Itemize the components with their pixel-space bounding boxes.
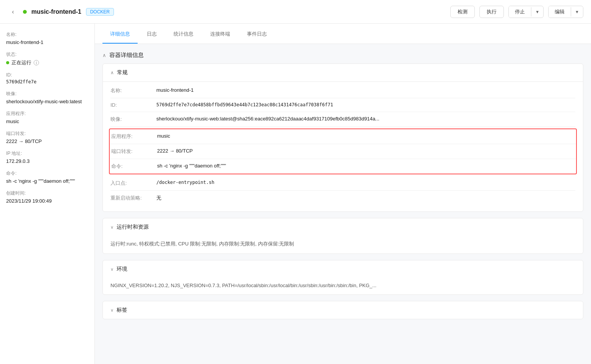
sidebar-app-label: 应用程序: <box>6 110 88 117</box>
labels-section-title: 标签 <box>117 307 127 314</box>
docker-badge: DOCKER <box>86 8 114 16</box>
sidebar-cmd-label: 命令: <box>6 170 88 177</box>
edit-split-button: 编辑 ▼ <box>548 6 583 18</box>
env-section: ∨ 环境 NGINX_VERSION=1.20.2, NJS_VERSION=0… <box>102 260 583 295</box>
tabs-bar: 详细信息 日志 统计信息 连接终端 事件日志 <box>95 24 591 44</box>
sidebar: 名称: music-frontend-1 状态: 正在运行 i ID: 5769… <box>0 24 95 364</box>
field-row-image: 映像: sherlockouo/xtify-music-web:latest@s… <box>110 112 575 127</box>
tab-stats[interactable]: 统计信息 <box>166 24 201 44</box>
general-chevron: ∧ <box>110 70 114 75</box>
field-value-app: music <box>157 133 575 140</box>
labels-section-toggle[interactable]: ∨ 标签 <box>103 301 583 319</box>
field-label-image: 映像: <box>110 116 156 123</box>
tab-logs[interactable]: 日志 <box>139 24 164 44</box>
edit-button-arrow[interactable]: ▼ <box>571 7 583 16</box>
labels-chevron: ∨ <box>110 308 114 313</box>
runtime-chevron: ∨ <box>110 225 114 230</box>
container-details-collapse[interactable]: ∧ <box>102 52 106 58</box>
field-label-name: 名称: <box>110 87 156 94</box>
sidebar-ip-value: 172.29.0.3 <box>6 158 88 164</box>
right-panel: 详细信息 日志 统计信息 连接终端 事件日志 ∧ 容器详细信息 ∧ 常规 <box>95 24 591 364</box>
field-label-entrypoint: 入口点: <box>110 180 156 187</box>
container-name: music-frontend-1 <box>31 8 81 15</box>
sidebar-status-label: 状态: <box>6 51 88 58</box>
field-row-cmd: 命令: sh -c 'nginx -g """daemon off;""" <box>110 159 576 174</box>
field-row-port: 端口转发: 2222 → 80/TCP <box>110 144 576 159</box>
field-value-entrypoint: /docker-entrypoint.sh <box>156 180 575 187</box>
stop-button-main[interactable]: 停止 <box>509 6 531 18</box>
sidebar-app-value: music <box>6 119 88 124</box>
runtime-text: 运行时:runc, 特权模式:已禁用, CPU 限制:无限制, 内存限制:无限制… <box>103 236 583 253</box>
tab-events[interactable]: 事件日志 <box>239 24 274 44</box>
field-row-entrypoint: 入口点: /docker-entrypoint.sh <box>110 176 575 191</box>
stop-button-arrow[interactable]: ▼ <box>531 7 543 16</box>
field-label-id: ID: <box>110 102 156 108</box>
field-value-name: music-frontend-1 <box>156 87 575 94</box>
field-row-app: 应用程序: music <box>110 129 576 144</box>
execute-button[interactable]: 执行 <box>479 6 504 18</box>
field-row-restart: 重新启动策略: 无 <box>110 191 575 205</box>
edit-button-main[interactable]: 编辑 <box>549 6 571 18</box>
back-button[interactable]: ‹ <box>8 6 18 17</box>
tab-terminal[interactable]: 连接终端 <box>203 24 238 44</box>
field-row-id: ID: 5769d2ffe7e7cde4858bffbd59643e44b7c1… <box>110 98 575 112</box>
field-label-restart: 重新启动策略: <box>110 195 156 202</box>
header: ‹ music-frontend-1 DOCKER 检测 执行 停止 ▼ 编辑 … <box>0 0 591 24</box>
sidebar-created-label: 创建时间: <box>6 190 88 197</box>
runtime-section-toggle[interactable]: ∨ 运行时和资源 <box>103 218 583 236</box>
sidebar-status-value: 正在运行 i <box>6 59 88 66</box>
content-area: 名称: music-frontend-1 状态: 正在运行 i ID: 5769… <box>0 24 591 364</box>
sidebar-ip-label: IP 地址: <box>6 150 88 157</box>
inspect-button[interactable]: 检测 <box>450 6 475 18</box>
sidebar-port-value: 2222 → 80/TCP <box>6 138 88 144</box>
general-section: ∧ 常规 名称: music-frontend-1 ID: 5769d2ffe7… <box>102 63 583 212</box>
field-label-cmd: 命令: <box>111 163 157 170</box>
info-icon[interactable]: i <box>34 60 39 65</box>
status-indicator <box>23 10 27 14</box>
sidebar-status-dot <box>6 61 9 64</box>
field-value-cmd: sh -c 'nginx -g """daemon off;""" <box>157 163 575 170</box>
sidebar-image-label: 映像: <box>6 91 88 97</box>
sidebar-image-value: sherlockouo/xtify-music-web:latest <box>6 99 88 104</box>
app-container: ‹ music-frontend-1 DOCKER 检测 执行 停止 ▼ 编辑 … <box>0 0 591 364</box>
env-section-toggle[interactable]: ∨ 环境 <box>103 260 583 278</box>
field-value-port: 2222 → 80/TCP <box>157 148 575 155</box>
env-chevron: ∨ <box>110 267 114 272</box>
container-details-title: 容器详细信息 <box>109 52 144 59</box>
sidebar-status-text: 正在运行 <box>11 59 31 66</box>
tab-details[interactable]: 详细信息 <box>102 24 138 44</box>
field-label-app: 应用程序: <box>111 133 157 140</box>
env-text: NGINX_VERSION=1.20.2, NJS_VERSION=0.7.3,… <box>103 278 583 294</box>
general-section-title: 常规 <box>117 69 128 76</box>
sidebar-id-value: 5769d2ffe7e <box>6 79 88 84</box>
general-section-body: 名称: music-frontend-1 ID: 5769d2ffe7e7cde… <box>103 82 583 211</box>
field-value-image: sherlockouo/xtify-music-web:latest@sha25… <box>156 116 575 123</box>
detail-content: ∧ 容器详细信息 ∧ 常规 名称: music-frontend-1 <box>95 44 591 364</box>
labels-section: ∨ 标签 <box>102 301 583 319</box>
sidebar-cmd-value: sh -c 'nginx -g """daemon off;""" <box>6 178 88 184</box>
sidebar-created-value: 2023/11/29 19:00:49 <box>6 198 88 204</box>
field-value-id: 5769d2ffe7e7cde4858bffbd59643e44b7c123ea… <box>156 102 575 108</box>
field-label-port: 端口转发: <box>111 148 157 155</box>
field-value-restart: 无 <box>156 195 575 202</box>
runtime-section: ∨ 运行时和资源 运行时:runc, 特权模式:已禁用, CPU 限制:无限制,… <box>102 218 583 254</box>
runtime-section-title: 运行时和资源 <box>117 224 149 231</box>
sidebar-name-value: music-frontend-1 <box>6 39 88 45</box>
sidebar-id-label: ID: <box>6 72 88 78</box>
sidebar-name-label: 名称: <box>6 31 88 38</box>
general-section-header[interactable]: ∧ 常规 <box>103 64 583 82</box>
field-row-name: 名称: music-frontend-1 <box>110 83 575 98</box>
sidebar-port-label: 端口转发: <box>6 130 88 137</box>
env-section-title: 环境 <box>117 266 127 273</box>
stop-split-button: 停止 ▼ <box>508 6 544 18</box>
